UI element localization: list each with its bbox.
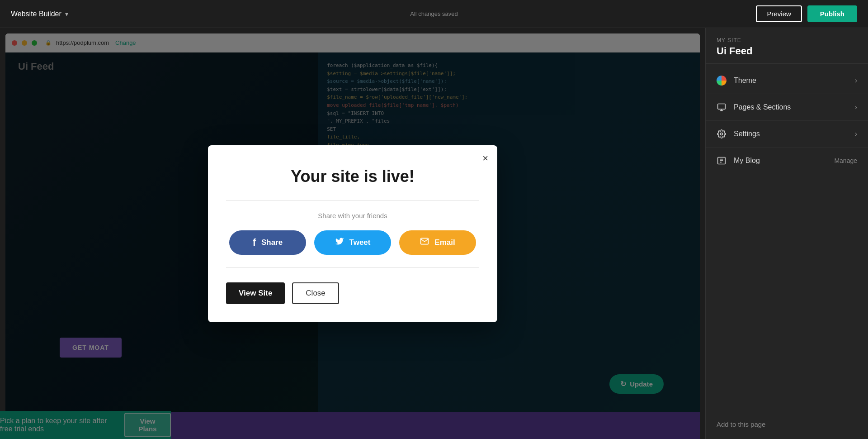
sidebar-item-pages-sections[interactable]: Pages & Sections › — [706, 94, 868, 121]
sidebar-item-settings[interactable]: Settings › — [706, 121, 868, 148]
sidebar-add-section[interactable]: Add to this page — [706, 410, 868, 439]
my-blog-icon — [717, 156, 726, 166]
app-title-chevron[interactable]: ▾ — [65, 10, 68, 18]
sidebar-menu: Theme › Pages & Sections › — [706, 64, 868, 410]
top-bar-right: Preview Publish — [756, 5, 857, 22]
sidebar-blog-manage[interactable]: Manage — [834, 157, 857, 164]
sidebar-settings-chevron: › — [855, 130, 857, 138]
sidebar-item-theme[interactable]: Theme › — [706, 67, 868, 94]
share-twitter-button[interactable]: Tweet — [314, 230, 391, 255]
share-email-label: Email — [434, 238, 455, 247]
pages-sections-icon — [717, 102, 726, 112]
modal-overlay: × Your site is live! Share with your fri… — [0, 28, 705, 439]
sidebar-item-pages-left: Pages & Sections — [717, 102, 791, 112]
sidebar-my-site-label: MY SITE — [717, 37, 857, 43]
auto-save-status: All changes saved — [410, 10, 458, 17]
email-icon — [420, 237, 429, 248]
svg-point-3 — [721, 133, 723, 135]
sidebar-pages-chevron: › — [855, 103, 857, 111]
publish-button[interactable]: Publish — [807, 5, 857, 22]
view-site-button[interactable]: View Site — [226, 282, 285, 304]
sidebar-settings-label: Settings — [734, 130, 760, 138]
twitter-icon — [335, 237, 344, 248]
modal-share-buttons: f Share Tweet Email — [226, 230, 479, 255]
sidebar-theme-label: Theme — [734, 76, 756, 85]
share-twitter-label: Tweet — [349, 238, 371, 247]
top-bar-left: Website Builder ▾ — [11, 10, 68, 18]
main-layout: 🔒 https://podplum.com Change foreach ($a… — [0, 28, 868, 439]
right-sidebar: MY SITE Ui Feed Theme › Pages & Sections — [705, 28, 868, 439]
share-facebook-label: Share — [261, 238, 283, 247]
modal-divider-bottom — [226, 267, 479, 268]
canvas-area: 🔒 https://podplum.com Change foreach ($a… — [0, 28, 705, 439]
sidebar-header: MY SITE Ui Feed — [706, 28, 868, 64]
modal-close-button[interactable]: × — [482, 153, 488, 163]
sidebar-item-theme-left: Theme — [717, 76, 756, 86]
sidebar-site-name: Ui Feed — [717, 45, 857, 57]
preview-button[interactable]: Preview — [756, 5, 802, 22]
modal-dialog: × Your site is live! Share with your fri… — [208, 145, 497, 322]
share-facebook-button[interactable]: f Share — [229, 230, 306, 255]
app-title: Website Builder — [11, 10, 61, 18]
modal-share-label: Share with your friends — [226, 212, 479, 220]
svg-rect-0 — [718, 104, 726, 110]
theme-icon — [717, 76, 726, 86]
close-modal-button[interactable]: Close — [292, 282, 339, 304]
facebook-icon: f — [253, 237, 256, 248]
settings-icon — [717, 129, 726, 139]
sidebar-theme-chevron: › — [855, 76, 857, 85]
sidebar-item-blog-left: My Blog — [717, 156, 760, 166]
share-email-button[interactable]: Email — [399, 230, 476, 255]
modal-divider-top — [226, 200, 479, 201]
sidebar-item-my-blog[interactable]: My Blog Manage — [706, 148, 868, 174]
modal-actions: View Site Close — [226, 282, 479, 304]
sidebar-item-settings-left: Settings — [717, 129, 760, 139]
sidebar-blog-label: My Blog — [734, 157, 760, 165]
top-bar: Website Builder ▾ All changes saved Prev… — [0, 0, 868, 28]
modal-title: Your site is live! — [226, 167, 479, 186]
sidebar-pages-label: Pages & Sections — [734, 103, 791, 111]
